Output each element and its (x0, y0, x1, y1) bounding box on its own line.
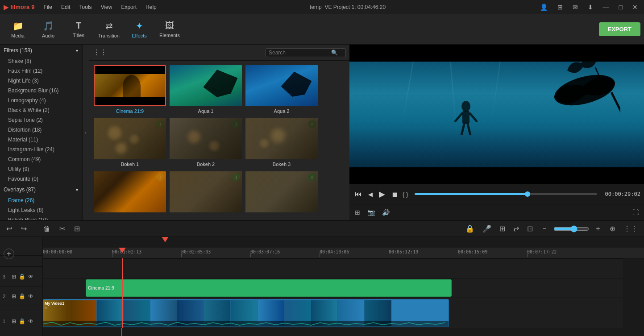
bracket-left[interactable]: { (403, 191, 404, 198)
filter-sepia-tone[interactable]: Sepia Tone (2) (0, 115, 82, 125)
overlay-bokeh-blurs[interactable]: Bokeh Blurs (10) (0, 215, 82, 220)
elements-tool[interactable]: 🖼 Elements (155, 16, 184, 43)
skip-back-button[interactable]: ⏮ (353, 189, 364, 199)
preview-bottom-toolbar: ⊞ 📷 🔊 ⛶ (349, 204, 644, 220)
effect-row4-2[interactable]: ⬇ (170, 171, 242, 216)
minimize-button[interactable]: — (600, 3, 612, 12)
undo-button[interactable]: ↩ (4, 224, 15, 234)
filter-utility[interactable]: Utility (9) (0, 164, 82, 174)
filter-common[interactable]: Common (49) (0, 154, 82, 164)
zoom-in-button[interactable]: ＋ (592, 223, 604, 234)
effect-bokeh1[interactable]: ⬇ Bokeh 1 (94, 118, 166, 168)
menu-view[interactable]: View (99, 3, 114, 11)
filter-favourite[interactable]: Favourite (0) (0, 174, 82, 184)
adjust-button[interactable]: ⊞ (71, 224, 83, 234)
titles-tool[interactable]: T Titles (64, 16, 93, 43)
audio-tool[interactable]: 🎵 Audio (34, 16, 62, 43)
track-visible-icon-3[interactable]: 👁 (28, 274, 33, 280)
filter-shake[interactable]: Shake (8) (0, 56, 82, 66)
effect-bokeh2[interactable]: ⬇ Bokeh 2 (170, 118, 242, 168)
filter-distortion[interactable]: Distortion (18) (0, 125, 82, 135)
add-track-button[interactable]: + (4, 249, 14, 259)
menu-tools[interactable]: Tools (78, 3, 94, 11)
close-button[interactable]: ✕ (630, 3, 640, 12)
filter-instagram[interactable]: Instagram-Like (24) (0, 145, 82, 154)
titles-icon: T (76, 21, 81, 31)
track-area[interactable]: 00:00:00:00 00:01:02:13 00:02:05:03 00:0… (43, 237, 644, 336)
effect-cinema-219[interactable]: Cinema 21:9 (94, 65, 166, 115)
grid-view-icon[interactable]: ⋮⋮ (93, 48, 107, 57)
track-visible-icon-2[interactable]: 👁 (28, 293, 33, 299)
overlay-light-leaks[interactable]: Light Leaks (8) (0, 205, 82, 215)
grid-icon[interactable]: ⊞ (555, 3, 565, 12)
settings-button[interactable]: ⋮⋮ (621, 224, 640, 234)
track-grid-icon-2[interactable]: ⊞ (12, 293, 16, 299)
zoom-slider[interactable] (553, 225, 589, 232)
filter-lomography[interactable]: Lomography (4) (0, 95, 82, 105)
redo-button[interactable]: ↪ (18, 224, 29, 234)
fullscreen-button[interactable]: ⛶ (631, 208, 640, 217)
track-grid-icon-3[interactable]: ⊞ (12, 274, 16, 280)
track-visible-icon-1[interactable]: 👁 (28, 318, 33, 324)
ruler-mark-4: 00:04:10:06 (320, 249, 349, 254)
resolution-button[interactable]: ⊞ (353, 208, 362, 217)
effect-bokeh3[interactable]: ⬇ Bokeh 3 (245, 118, 318, 168)
lock-button[interactable]: 🔒 (463, 224, 477, 234)
menu-file[interactable]: File (42, 3, 54, 11)
export-button[interactable]: EXPORT (599, 22, 640, 36)
bracket-right[interactable]: } (406, 191, 408, 198)
progress-bar[interactable] (415, 193, 597, 195)
effect-thumb-bokeh2: ⬇ (170, 118, 242, 159)
project-title: temp_VE Project 1: 00:04:46:20 (310, 4, 386, 10)
transition-tl-button[interactable]: ⇄ (511, 224, 522, 234)
overlays-group-header[interactable]: Overlays (87) ▾ (0, 184, 82, 195)
effect-clip-cinema[interactable]: Cinema 21:9 (86, 279, 452, 297)
maximize-button[interactable]: □ (616, 3, 625, 12)
mail-icon[interactable]: ✉ (570, 3, 581, 12)
stop-button[interactable]: ⏹ (390, 190, 400, 199)
collapse-handle[interactable]: ‹ (82, 45, 89, 220)
audio-split-button[interactable]: ⊞ (497, 224, 508, 234)
zoom-out-button[interactable]: － (538, 223, 551, 234)
effects-icon: ✦ (136, 21, 143, 31)
track-lock-icon-3[interactable]: 🔒 (19, 274, 25, 280)
filter-background-blur[interactable]: Background Blur (16) (0, 86, 82, 95)
track-grid-icon-1[interactable]: ⊞ (12, 318, 16, 324)
effect-thumb-cinema (94, 65, 166, 106)
effect-name-aqua2: Aqua 2 (245, 108, 318, 115)
effect-aqua1[interactable]: ⬇ Aqua 1 (170, 65, 242, 115)
menu-export[interactable]: Export (119, 3, 138, 11)
add-media-button[interactable]: ⊕ (607, 224, 618, 234)
mic-button[interactable]: 🎤 (480, 224, 494, 234)
search-input[interactable] (269, 50, 331, 56)
crop-button[interactable]: ⊡ (524, 224, 536, 234)
filter-night-life[interactable]: Night Life (3) (0, 76, 82, 86)
volume-button[interactable]: 🔊 (380, 208, 391, 217)
filter-black-white[interactable]: Black & White (2) (0, 105, 82, 115)
account-icon[interactable]: 👤 (537, 3, 550, 12)
media-tool[interactable]: 📁 Media (4, 16, 32, 43)
filter-faux-film[interactable]: Faux Film (12) (0, 66, 82, 76)
track-lock-icon-2[interactable]: 🔒 (19, 293, 25, 299)
effect-aqua2[interactable]: ⬇ Aqua 2 (245, 65, 318, 115)
menu-help[interactable]: Help (144, 3, 158, 11)
download-icon[interactable]: ⬇ (585, 3, 596, 12)
transition-tool[interactable]: ⇄ Transition (95, 16, 123, 43)
effects-tool[interactable]: ✦ Effects (125, 16, 154, 43)
track-lock-icon-1[interactable]: 🔒 (19, 318, 25, 324)
menu-edit[interactable]: Edit (59, 3, 72, 11)
video-clip-main[interactable]: My Video1 fx (43, 299, 449, 327)
filter-material[interactable]: Material (11) (0, 135, 82, 145)
effect-row4-1[interactable]: ⬇ (94, 171, 166, 216)
titlebar-left: ▶ filmora9 File Edit Tools View Export H… (4, 3, 158, 11)
track-lane-3 (43, 258, 623, 278)
filters-group-header[interactable]: Filters (158) ▾ (0, 45, 82, 56)
delete-button[interactable]: 🗑 (41, 224, 53, 234)
snapshot-button[interactable]: 📷 (366, 208, 377, 217)
effect-row4-3[interactable]: ⬇ (245, 171, 318, 216)
cut-button[interactable]: ✂ (57, 224, 68, 234)
play-button[interactable]: ▶ (377, 188, 387, 200)
effect-name-r42 (170, 214, 242, 216)
overlay-frame[interactable]: Frame (26) (0, 195, 82, 205)
play-back-button[interactable]: ◀ (366, 190, 374, 199)
